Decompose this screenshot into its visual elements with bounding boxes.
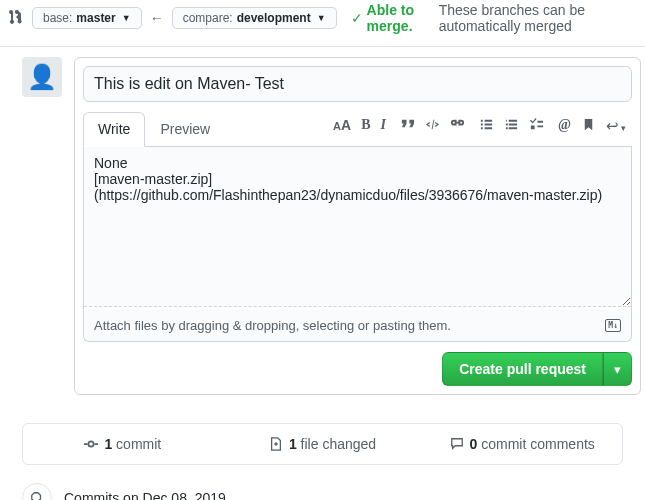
stats-bar: 1 commit 1 file changed 0 commit comment… bbox=[22, 423, 623, 465]
create-pr-button[interactable]: Create pull request bbox=[442, 352, 603, 386]
user-avatar[interactable]: 👤 bbox=[22, 57, 62, 97]
heading-icon[interactable]: AA bbox=[333, 117, 351, 135]
link-icon[interactable] bbox=[450, 117, 465, 132]
markdown-icon[interactable]: M↓ bbox=[605, 319, 621, 332]
pr-body-textarea[interactable] bbox=[84, 147, 631, 307]
italic-icon[interactable]: I bbox=[381, 117, 386, 135]
commits-timeline-icon bbox=[22, 483, 52, 500]
compare-icon bbox=[8, 9, 24, 28]
comments-label: commit comments bbox=[481, 436, 595, 452]
compare-label: compare: bbox=[183, 11, 233, 25]
stat-commits[interactable]: 1 commit bbox=[23, 424, 223, 464]
files-count: 1 bbox=[289, 436, 297, 452]
pr-title-input[interactable] bbox=[83, 66, 632, 102]
reply-icon[interactable]: ↩▾ bbox=[606, 117, 626, 135]
commits-date-header: Commits on Dec 08, 2019 bbox=[64, 490, 226, 500]
create-pr-dropdown[interactable]: ▾ bbox=[603, 352, 632, 386]
caret-down-icon: ▼ bbox=[122, 13, 131, 23]
ul-icon[interactable] bbox=[479, 117, 494, 132]
svg-point-0 bbox=[89, 441, 94, 446]
mention-icon[interactable]: @ bbox=[558, 117, 571, 135]
base-branch: master bbox=[76, 11, 115, 25]
merge-status: ✓ Able to merge. These branches can be a… bbox=[351, 2, 637, 34]
tab-write[interactable]: Write bbox=[83, 112, 145, 147]
stat-comments[interactable]: 0 commit comments bbox=[422, 424, 622, 464]
tasklist-icon[interactable] bbox=[529, 117, 544, 132]
stat-files[interactable]: 1 file changed bbox=[223, 424, 423, 464]
commits-count: 1 bbox=[104, 436, 112, 452]
pr-form: Write Preview AA B I bbox=[74, 57, 641, 395]
files-label: file changed bbox=[301, 436, 377, 452]
compare-branch: development bbox=[237, 11, 311, 25]
code-icon[interactable] bbox=[425, 117, 440, 132]
base-label: base: bbox=[43, 11, 72, 25]
bold-icon[interactable]: B bbox=[361, 117, 370, 135]
md-toolbar: AA B I @ ↩▾ bbox=[333, 117, 632, 141]
arrow-left-icon: ← bbox=[150, 10, 164, 26]
merge-rest-text: These branches can be automatically merg… bbox=[439, 2, 637, 34]
compare-branch-select[interactable]: compare: development ▼ bbox=[172, 7, 337, 29]
comments-count: 0 bbox=[470, 436, 478, 452]
bookmark-icon[interactable] bbox=[581, 117, 596, 132]
commits-label: commit bbox=[116, 436, 161, 452]
check-icon: ✓ bbox=[351, 10, 363, 26]
ol-icon[interactable] bbox=[504, 117, 519, 132]
caret-down-icon: ▼ bbox=[317, 13, 326, 23]
attach-hint[interactable]: Attach files by dragging & dropping, sel… bbox=[94, 318, 451, 333]
base-branch-select[interactable]: base: master ▼ bbox=[32, 7, 142, 29]
merge-able-text: Able to merge. bbox=[367, 2, 435, 34]
quote-icon[interactable] bbox=[400, 117, 415, 132]
tab-preview[interactable]: Preview bbox=[145, 112, 225, 146]
